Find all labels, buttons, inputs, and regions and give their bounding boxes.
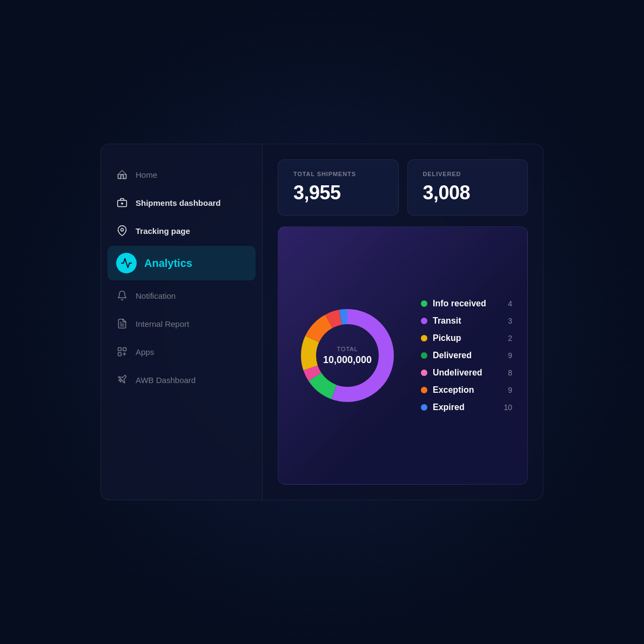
sidebar: Home Shipments dashboard xyxy=(100,144,263,500)
sidebar-home-label: Home xyxy=(136,170,157,179)
sidebar-item-tracking[interactable]: Tracking page xyxy=(108,218,256,244)
delivered-legend-value: 9 xyxy=(508,351,512,360)
info-received-value: 4 xyxy=(508,299,512,308)
undelivered-dot xyxy=(421,370,427,376)
expired-value: 10 xyxy=(504,403,512,412)
chart-card: TOTAL 10,000,000 Info received 4 Transit… xyxy=(278,226,528,485)
donut-total-label: TOTAL xyxy=(323,346,372,352)
chart-legend: Info received 4 Transit 3 Pickup 2 Deliv… xyxy=(421,299,512,412)
exception-dot xyxy=(421,387,427,393)
sidebar-item-notification[interactable]: Notification xyxy=(108,283,256,308)
exception-label: Exception xyxy=(433,385,502,395)
sidebar-shipments-label: Shipments dashboard xyxy=(136,198,221,207)
exception-value: 9 xyxy=(508,386,512,394)
main-content: TOTAL SHIPMENTS 3,955 DELIVERED 3,008 xyxy=(263,144,544,500)
svg-rect-7 xyxy=(118,348,122,351)
sidebar-item-home[interactable]: Home xyxy=(108,162,256,187)
pickup-value: 2 xyxy=(508,334,512,343)
expired-dot xyxy=(421,404,427,411)
sidebar-analytics-label: Analytics xyxy=(144,257,192,270)
sidebar-awb-label: AWB Dashboard xyxy=(136,375,196,385)
undelivered-label: Undelivered xyxy=(433,368,502,378)
svg-point-4 xyxy=(121,229,124,231)
legend-item-info-received: Info received 4 xyxy=(421,299,512,308)
donut-chart: TOTAL 10,000,000 xyxy=(293,301,401,410)
sidebar-report-label: Internal Report xyxy=(136,319,189,328)
info-received-label: Info received xyxy=(433,299,502,308)
stats-row: TOTAL SHIPMENTS 3,955 DELIVERED 3,008 xyxy=(278,159,528,216)
tracking-icon xyxy=(116,225,128,237)
legend-item-transit: Transit 3 xyxy=(421,316,512,326)
sidebar-item-awb[interactable]: AWB Dashboard xyxy=(108,367,256,393)
sidebar-nav: Home Shipments dashboard xyxy=(101,162,262,393)
svg-rect-8 xyxy=(123,348,126,351)
sidebar-item-apps[interactable]: Apps xyxy=(108,339,256,365)
plane-icon xyxy=(116,374,128,386)
transit-value: 3 xyxy=(508,317,512,325)
expired-label: Expired xyxy=(433,403,498,412)
total-shipments-card: TOTAL SHIPMENTS 3,955 xyxy=(278,159,399,216)
shipments-icon xyxy=(116,197,128,209)
info-received-dot xyxy=(421,300,427,307)
pickup-label: Pickup xyxy=(433,333,502,343)
sidebar-tracking-label: Tracking page xyxy=(136,226,190,236)
transit-label: Transit xyxy=(433,316,502,326)
delivered-label: DELIVERED xyxy=(423,171,513,177)
report-icon xyxy=(116,318,128,330)
donut-center: TOTAL 10,000,000 xyxy=(323,346,372,366)
legend-item-delivered: Delivered 9 xyxy=(421,351,512,360)
sidebar-apps-label: Apps xyxy=(136,347,154,357)
legend-item-expired: Expired 10 xyxy=(421,403,512,412)
legend-item-pickup: Pickup 2 xyxy=(421,333,512,343)
donut-total-value: 10,000,000 xyxy=(323,354,372,366)
delivered-legend-label: Delivered xyxy=(433,351,502,360)
app-container: Home Shipments dashboard xyxy=(100,144,544,500)
svg-rect-0 xyxy=(118,175,126,179)
home-icon xyxy=(116,169,128,180)
transit-dot xyxy=(421,318,427,324)
apps-icon xyxy=(116,346,128,358)
legend-item-exception: Exception 9 xyxy=(421,385,512,395)
svg-rect-9 xyxy=(118,353,122,356)
sidebar-notification-label: Notification xyxy=(136,291,176,300)
sidebar-item-shipments[interactable]: Shipments dashboard xyxy=(108,190,256,216)
pickup-dot xyxy=(421,335,427,341)
analytics-active-icon xyxy=(116,253,137,273)
delivered-card: DELIVERED 3,008 xyxy=(407,159,528,216)
delivered-value: 3,008 xyxy=(423,182,513,204)
legend-item-undelivered: Undelivered 8 xyxy=(421,368,512,378)
undelivered-value: 8 xyxy=(508,368,512,377)
delivered-dot xyxy=(421,352,427,359)
total-shipments-label: TOTAL SHIPMENTS xyxy=(293,171,383,177)
bell-icon xyxy=(116,290,128,301)
total-shipments-value: 3,955 xyxy=(293,182,383,204)
sidebar-item-report[interactable]: Internal Report xyxy=(108,311,256,337)
sidebar-item-analytics[interactable]: Analytics xyxy=(108,246,256,280)
